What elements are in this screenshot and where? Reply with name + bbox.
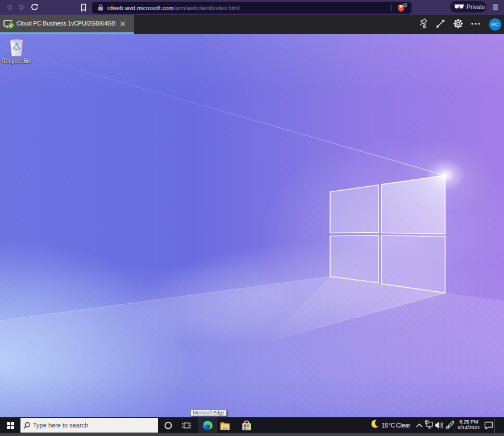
svg-text:Clear: Clear: [396, 422, 411, 429]
svg-text:15°C: 15°C: [382, 422, 395, 429]
svg-text:1: 1: [405, 3, 406, 7]
svg-text:RC: RC: [491, 22, 499, 27]
